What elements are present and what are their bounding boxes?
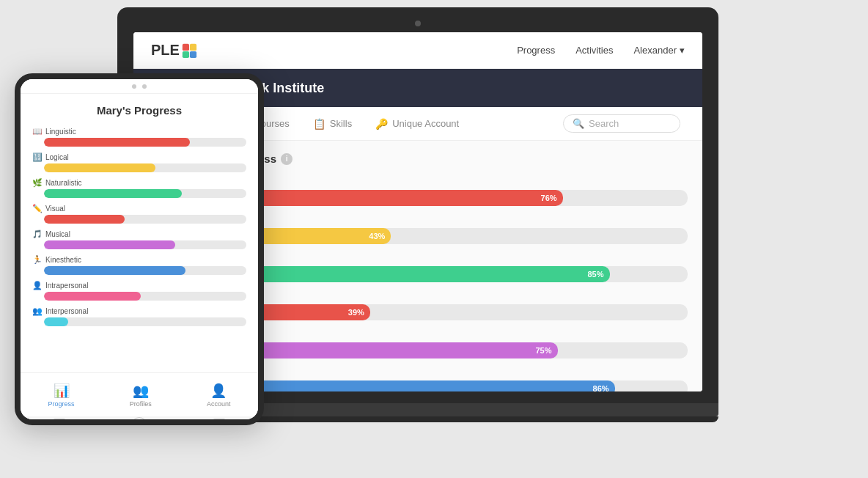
tablet-row-icon: 👥 — [32, 306, 43, 316]
list-item: ✏️ Visual — [32, 204, 246, 224]
tablet-row-label: Linguistic — [45, 128, 76, 136]
search-placeholder: Search — [589, 118, 619, 129]
account-nav-label: Account — [207, 400, 231, 408]
tablet-bottom-nav: 📊 Progress 👥 Profiles 👤 Account — [21, 372, 258, 416]
search-icon: 🔍 — [573, 118, 584, 129]
tablet-bar-bg — [44, 189, 246, 198]
home-button[interactable] — [131, 417, 147, 425]
tablet-bar-bg — [44, 240, 246, 249]
tablet-row-label: Interpersonal — [45, 307, 88, 315]
profiles-nav-label: Profiles — [130, 400, 152, 408]
tab-account-label: Unique Account — [392, 118, 459, 129]
tablet-bar-bg — [44, 266, 246, 275]
tablet-bar-fill — [44, 189, 182, 198]
user-menu[interactable]: Alexander ▾ — [633, 45, 685, 56]
menu-button[interactable]: □ — [213, 419, 226, 425]
laptop-navbar: PLE Progress Activities Alexand — [133, 32, 702, 69]
svg-rect-1 — [190, 43, 196, 50]
progress-nav-label: Progress — [48, 400, 75, 408]
tablet-bar-fill — [44, 163, 155, 172]
progress-nav-icon: 📊 — [54, 383, 70, 399]
tablet-row-icon: 🌿 — [32, 178, 43, 188]
tablet-bar-fill — [44, 138, 190, 147]
tablet-bar-fill — [44, 215, 125, 224]
list-item: 🏃 Kinesthetic — [32, 255, 246, 275]
tablet-bar-bg — [44, 317, 246, 326]
list-item: 📖 Linguistic — [32, 127, 246, 147]
svg-rect-3 — [190, 51, 196, 57]
tablet-top-bar — [21, 79, 258, 94]
tablet-row-label: Visual — [45, 205, 65, 213]
tablet-row-label: Naturalistic — [45, 179, 81, 187]
skills-tab-icon: 📋 — [313, 118, 326, 130]
list-item: 🔢 Logical — [32, 152, 246, 172]
tablet-row-icon: 👤 — [32, 281, 43, 290]
svg-rect-2 — [183, 51, 189, 57]
tablet-controls: ◁ □ — [21, 416, 258, 425]
tab-unique-account[interactable]: 🔑 Unique Account — [365, 112, 469, 136]
list-item: 👤 Intrapersonal — [32, 281, 246, 301]
nav-links: Progress Activities Alexander ▾ — [517, 45, 685, 56]
nav-progress[interactable]: Progress — [517, 45, 555, 56]
info-icon: i — [281, 153, 293, 165]
tablet-content: Mary's Progress 📖 Linguistic 🔢 Logical 🌿… — [21, 94, 258, 372]
camera-dot-1 — [132, 84, 136, 89]
profiles-nav-icon: 👥 — [133, 383, 149, 399]
tablet-bar-fill — [44, 292, 141, 301]
tab-skills[interactable]: 📋 Skills — [303, 112, 362, 136]
tablet-row-label: Kinesthetic — [45, 256, 81, 264]
tablet-nav-progress[interactable]: 📊 Progress — [48, 383, 75, 408]
tablet-nav-account[interactable]: 👤 Account — [207, 383, 231, 408]
tablet-bar-bg — [44, 138, 246, 147]
camera-dot-2 — [142, 84, 147, 89]
tablet-row-label: Musical — [45, 230, 70, 238]
svg-rect-0 — [183, 43, 189, 50]
tablet-progress-list: 📖 Linguistic 🔢 Logical 🌿 Naturalistic ✏️… — [32, 127, 246, 326]
search-box[interactable]: 🔍 Search — [563, 114, 680, 133]
tablet-row-label: Intrapersonal — [45, 282, 88, 290]
tablet-row-icon: 🏃 — [32, 255, 43, 265]
tablet-row-icon: ✏️ — [32, 204, 43, 213]
tablet-row-icon: 🎵 — [32, 229, 43, 239]
account-nav-icon: 👤 — [210, 383, 227, 399]
list-item: 👥 Interpersonal — [32, 306, 246, 326]
username: Alexander — [633, 45, 677, 56]
laptop-camera — [415, 21, 421, 26]
tablet-bar-bg — [44, 163, 246, 172]
tablet-nav-profiles[interactable]: 👥 Profiles — [130, 383, 152, 408]
tablet-title: Mary's Progress — [32, 104, 246, 117]
pleco-logo: PLE — [151, 42, 197, 59]
list-item: 🎵 Musical — [32, 229, 246, 249]
tablet-bar-fill — [44, 317, 68, 326]
back-button[interactable]: ◁ — [53, 419, 66, 425]
tablet-bar-fill — [44, 266, 185, 275]
tablet-bar-bg — [44, 215, 246, 224]
tablet-device: Mary's Progress 📖 Linguistic 🔢 Logical 🌿… — [15, 73, 264, 425]
tablet-bar-fill — [44, 240, 175, 249]
tablet-row-icon: 📖 — [32, 127, 43, 136]
chevron-down-icon: ▾ — [680, 45, 685, 56]
tablet-row-label: Logical — [45, 153, 69, 161]
tablet-bar-bg — [44, 292, 246, 301]
logo-cube-icon — [181, 43, 197, 59]
account-tab-icon: 🔑 — [375, 118, 388, 130]
nav-activities[interactable]: Activities — [575, 45, 613, 56]
tab-search[interactable]: 🔍 Search — [553, 109, 691, 139]
list-item: 🌿 Naturalistic — [32, 178, 246, 198]
tab-skills-label: Skills — [330, 118, 352, 129]
tablet-row-icon: 🔢 — [32, 152, 43, 162]
